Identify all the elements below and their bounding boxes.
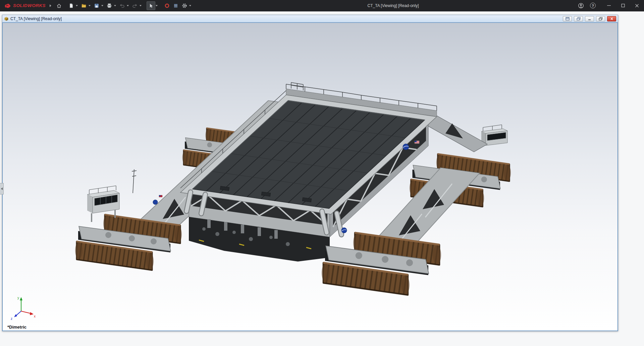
app-titlebar: SOLIDWORKS: [0, 0, 644, 11]
select-dropdown-caret[interactable]: [156, 5, 158, 6]
triad-z-label: z: [11, 317, 12, 321]
user-account-icon: [578, 3, 584, 9]
graphics-viewport[interactable]: y x z *Dimetric: [2, 22, 618, 331]
display-pane-button[interactable]: [171, 1, 180, 10]
doc-minimize-button[interactable]: [585, 16, 594, 21]
undo-button[interactable]: [118, 1, 126, 10]
document-title-text: CT_TA [Viewing] [Read-only]: [10, 16, 62, 21]
doc-minimize-icon: [588, 17, 592, 20]
doc-restore-button[interactable]: [596, 16, 605, 21]
print-button[interactable]: [105, 1, 114, 10]
doc-close-button[interactable]: [607, 16, 616, 21]
display-pane-icon: [173, 3, 178, 8]
save-button[interactable]: [92, 1, 101, 10]
maximize-icon: [621, 4, 625, 7]
document-window: CT_TA [Viewing] [Read-only]: [2, 15, 618, 331]
document-titlebar[interactable]: CT_TA [Viewing] [Read-only]: [2, 15, 618, 22]
app-client-area: CT_TA [Viewing] [Read-only]: [0, 11, 644, 346]
new-document-dropdown-caret[interactable]: [76, 5, 78, 6]
options-gear-icon: [182, 3, 187, 8]
view-orientation-label: *Dimetric: [7, 325, 26, 330]
new-document-icon: [68, 3, 74, 8]
featuremanager-flyout-tab[interactable]: [0, 183, 4, 194]
right-operator-cab: [481, 125, 507, 146]
redo-button[interactable]: [130, 1, 139, 10]
viewport-canvas[interactable]: y x z: [3, 23, 618, 331]
help-button[interactable]: ?: [590, 3, 596, 8]
app-maximize-button[interactable]: [616, 0, 630, 11]
triad-x-label: x: [34, 314, 36, 318]
open-folder-icon: [81, 3, 87, 8]
orientation-triad: y x z: [11, 296, 36, 321]
redo-dropdown-caret[interactable]: [140, 5, 142, 6]
undo-icon: [119, 3, 125, 8]
doc-tile-button[interactable]: [563, 16, 572, 21]
app-document-title: CT_TA [Viewing] [Read-only]: [368, 0, 419, 11]
window-cascade-icon: [577, 17, 581, 20]
select-cursor-icon: [148, 3, 154, 8]
doc-cascade-button[interactable]: [574, 16, 583, 21]
save-dropdown-caret[interactable]: [101, 5, 103, 6]
undo-dropdown-caret[interactable]: [127, 5, 129, 6]
open-button[interactable]: [79, 1, 88, 10]
track-unit-near-left: [75, 215, 182, 270]
solidworks-part-icon: [4, 16, 9, 21]
ds-logo-icon: [4, 3, 11, 8]
flyout-arrow-icon: [1, 187, 3, 190]
brand-wordmark: SOLIDWORKS: [13, 3, 46, 8]
home-icon: [56, 3, 62, 8]
mouse-gestures-icon: [164, 3, 170, 8]
account-button[interactable]: [577, 1, 585, 10]
antenna-mast: [132, 169, 137, 193]
open-dropdown-caret[interactable]: [89, 5, 91, 6]
save-icon: [94, 3, 99, 8]
print-dropdown-caret[interactable]: [114, 5, 116, 6]
minimize-icon: [607, 4, 611, 7]
print-icon: [107, 3, 112, 8]
app-minimize-button[interactable]: [602, 0, 616, 11]
doc-restore-icon: [599, 17, 603, 20]
close-icon: [635, 4, 639, 8]
options-dropdown-caret[interactable]: [189, 5, 191, 6]
redo-icon: [132, 3, 138, 8]
solidworks-logo: SOLIDWORKS: [0, 3, 48, 8]
new-document-button[interactable]: [67, 1, 75, 10]
window-tile-icon: [566, 17, 570, 20]
triad-y-label: y: [17, 296, 19, 300]
toolbar-expand-arrow-icon[interactable]: [50, 4, 51, 7]
options-button[interactable]: [180, 1, 189, 10]
home-button[interactable]: [55, 1, 63, 10]
select-tool-button[interactable]: [147, 1, 155, 10]
doc-close-icon: [610, 17, 614, 20]
left-operator-cab: [87, 186, 119, 222]
mouse-gestures-button[interactable]: [163, 1, 171, 10]
app-close-button[interactable]: [630, 0, 644, 11]
track-unit-near-right: [322, 233, 441, 295]
crawler-transporter-model: [75, 82, 511, 295]
